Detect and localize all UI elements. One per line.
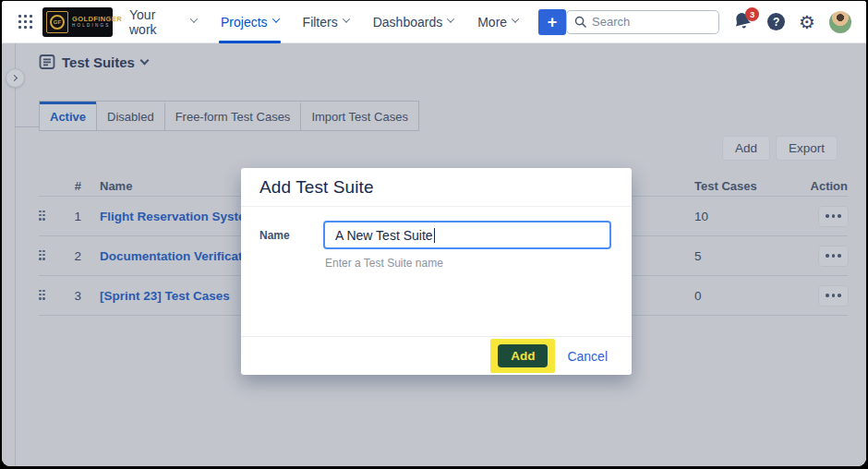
- add-button-highlight: Add: [490, 339, 555, 373]
- chevron-down-icon: [512, 15, 519, 22]
- nav-right-cluster: Search 3 ? ⚙: [566, 10, 851, 34]
- modal-add-button[interactable]: Add: [498, 344, 548, 367]
- nav-item-your-work[interactable]: Your work: [129, 1, 197, 43]
- app-switcher-icon[interactable]: [18, 15, 33, 30]
- logo-sub: HOLDINGS: [72, 23, 122, 28]
- logo-emblem-text: GF: [50, 15, 65, 30]
- logo-brand: GOLDFINGER: [72, 16, 122, 23]
- create-button[interactable]: +: [538, 9, 566, 35]
- help-icon[interactable]: ?: [767, 13, 785, 30]
- nav-item-label: Filters: [303, 15, 338, 30]
- brand-logo[interactable]: GF GOLDFINGER HOLDINGS: [42, 7, 113, 37]
- user-avatar[interactable]: [829, 11, 851, 33]
- modal-header: Add Test Suite: [241, 168, 632, 207]
- notifications-button[interactable]: 3: [733, 11, 753, 33]
- chevron-down-icon: [190, 15, 198, 22]
- chevron-down-icon: [342, 15, 349, 22]
- name-input-value: A New Test Suite: [335, 228, 433, 243]
- chevron-down-icon: [271, 15, 279, 22]
- app-window: GF GOLDFINGER HOLDINGS Your work Project…: [2, 1, 866, 466]
- add-test-suite-modal: Add Test Suite Name A New Test Suite Ent…: [241, 168, 632, 375]
- search-icon: [574, 16, 586, 28]
- search-placeholder: Search: [592, 15, 630, 29]
- nav-item-more[interactable]: More: [477, 1, 518, 43]
- nav-item-label: Projects: [221, 15, 268, 30]
- nav-item-projects[interactable]: Projects: [221, 1, 279, 43]
- name-field-helper: Enter a Test Suite name: [325, 257, 443, 270]
- chevron-down-icon: [447, 15, 454, 22]
- modal-title: Add Test Suite: [259, 177, 374, 198]
- nav-item-dashboards[interactable]: Dashboards: [373, 1, 454, 43]
- search-input[interactable]: Search: [566, 10, 719, 34]
- nav-item-label: Your work: [129, 7, 186, 37]
- modal-cancel-link[interactable]: Cancel: [567, 349, 608, 364]
- notifications-badge: 3: [745, 7, 759, 21]
- name-field-label: Name: [259, 229, 290, 242]
- settings-gear-icon[interactable]: ⚙: [799, 13, 815, 31]
- nav-item-label: Dashboards: [373, 15, 443, 30]
- nav-item-label: More: [477, 15, 507, 30]
- top-navbar: GF GOLDFINGER HOLDINGS Your work Project…: [2, 1, 866, 43]
- name-input[interactable]: A New Test Suite: [323, 221, 611, 249]
- modal-footer: Add Cancel: [241, 336, 632, 375]
- nav-menu: Your work Projects Filters Dashboards Mo…: [129, 1, 518, 43]
- text-cursor: [434, 228, 436, 243]
- logo-text: GOLDFINGER HOLDINGS: [72, 16, 122, 28]
- nav-item-filters[interactable]: Filters: [303, 1, 349, 43]
- logo-emblem-icon: GF: [46, 11, 68, 33]
